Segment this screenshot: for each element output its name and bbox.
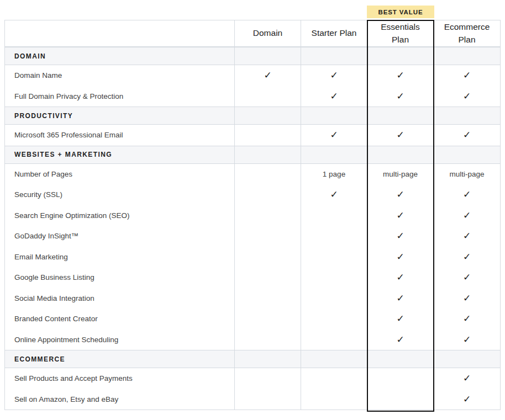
plan-cell xyxy=(235,164,301,185)
plan-cell xyxy=(235,86,301,107)
feature-label: Sell on Amazon, Etsy and eBay xyxy=(5,389,235,410)
plan-cell: ✓ xyxy=(434,65,500,86)
plan-cell: multi-page xyxy=(367,164,434,185)
table-row: Sell on Amazon, Etsy and eBay ✓ xyxy=(5,389,500,410)
plan-cell xyxy=(301,205,367,226)
plan-cell xyxy=(301,288,367,309)
plan-cell xyxy=(301,226,367,247)
plan-cell: ✓ xyxy=(434,368,500,389)
column-header-domain: Domain xyxy=(235,20,301,46)
feature-label: Number of Pages xyxy=(5,164,235,185)
feature-label: Domain Name xyxy=(5,65,235,86)
plan-cell: ✓ xyxy=(434,267,500,288)
feature-label: Sell Products and Accept Payments xyxy=(5,368,235,389)
plan-cell xyxy=(301,368,367,389)
section-cell xyxy=(235,350,301,368)
feature-label: Google Business Listing xyxy=(5,267,235,288)
plan-cell: ✓ xyxy=(367,288,434,309)
plan-cell xyxy=(235,368,301,389)
feature-label: Email Marketing xyxy=(5,247,235,268)
plan-cell: ✓ xyxy=(434,288,500,309)
plan-cell: ✓ xyxy=(434,125,500,146)
section-header-row: WEBSITES + MARKETING xyxy=(5,146,500,164)
section-title: DOMAIN xyxy=(5,47,235,65)
feature-label: Online Appointment Scheduling xyxy=(5,329,235,350)
plan-cell: ✓ xyxy=(434,226,500,247)
table-row: Security (SSL) ✓ ✓ ✓ xyxy=(5,184,500,205)
plan-cell: ✓ xyxy=(434,309,500,329)
plan-cell xyxy=(235,288,301,309)
plan-cell xyxy=(367,389,434,410)
table-row: Online Appointment Scheduling ✓ ✓ xyxy=(5,329,500,350)
section-cell xyxy=(434,146,500,163)
table-row: Sell Products and Accept Payments ✓ xyxy=(5,368,500,389)
plan-cell: ✓ xyxy=(367,247,434,268)
section-cell xyxy=(301,47,367,65)
table-row: Number of Pages 1 page multi-page multi-… xyxy=(5,164,500,185)
plan-cell: ✓ xyxy=(434,86,500,107)
plan-cell: 1 page xyxy=(301,164,367,185)
plan-cell: ✓ xyxy=(434,247,500,268)
column-header-starter-plan: Starter Plan xyxy=(301,20,367,46)
plan-cell: ✓ xyxy=(434,205,500,226)
plan-cell xyxy=(235,247,301,268)
column-header-ecommerce-plan: Ecommerce Plan xyxy=(434,20,500,46)
plan-cell xyxy=(301,389,367,410)
plan-cell: ✓ xyxy=(367,329,434,350)
section-cell xyxy=(367,47,434,65)
feature-label: Social Media Integration xyxy=(5,288,235,309)
plan-cell: ✓ xyxy=(301,184,367,205)
section-cell xyxy=(434,107,500,124)
plan-cell: ✓ xyxy=(367,267,434,288)
table-row: Microsoft 365 Professional Email ✓ ✓ ✓ xyxy=(5,125,500,146)
plan-cell: ✓ xyxy=(434,389,500,410)
plan-cell: ✓ xyxy=(367,86,434,107)
column-header-essentials-plan: Essentials Plan xyxy=(367,20,434,46)
section-cell xyxy=(235,146,301,163)
feature-label: Search Engine Optimization (SEO) xyxy=(5,205,235,226)
plan-comparison-table: Domain Starter Plan Essentials Plan Ecom… xyxy=(4,20,501,410)
plan-cell xyxy=(235,389,301,410)
plan-cell xyxy=(367,368,434,389)
column-header-row: Domain Starter Plan Essentials Plan Ecom… xyxy=(5,20,500,47)
plan-cell xyxy=(301,267,367,288)
plan-cell: ✓ xyxy=(301,125,367,146)
section-header-row: PRODUCTIVITY xyxy=(5,107,500,125)
plan-cell xyxy=(301,247,367,268)
plan-cell: ✓ xyxy=(367,184,434,205)
plan-cell: ✓ xyxy=(367,226,434,247)
section-cell xyxy=(367,146,434,163)
table-row: Branded Content Creator ✓ ✓ xyxy=(5,309,500,329)
plan-cell xyxy=(301,329,367,350)
section-cell xyxy=(367,350,434,368)
section-cell xyxy=(301,350,367,368)
plan-cell: ✓ xyxy=(235,65,301,86)
plan-cell: ✓ xyxy=(367,65,434,86)
section-title: WEBSITES + MARKETING xyxy=(5,146,235,163)
table-row: Social Media Integration ✓ ✓ xyxy=(5,288,500,309)
section-cell xyxy=(434,47,500,65)
plan-cell: ✓ xyxy=(434,184,500,205)
plan-cell xyxy=(235,125,301,146)
feature-label: Microsoft 365 Professional Email xyxy=(5,125,235,146)
plan-cell: ✓ xyxy=(367,125,434,146)
best-value-badge: BEST VALUE xyxy=(367,6,434,18)
plan-cell: ✓ xyxy=(301,65,367,86)
plan-cell: ✓ xyxy=(301,86,367,107)
table-row: Full Domain Privacy & Protection ✓ ✓ ✓ xyxy=(5,86,500,107)
feature-label: Branded Content Creator xyxy=(5,309,235,329)
plan-cell: ✓ xyxy=(367,205,434,226)
table-row: Google Business Listing ✓ ✓ xyxy=(5,267,500,288)
section-cell xyxy=(434,350,500,368)
section-cell xyxy=(301,146,367,163)
section-title: ECOMMERCE xyxy=(5,350,235,368)
table-row: Email Marketing ✓ ✓ xyxy=(5,247,500,268)
section-title: PRODUCTIVITY xyxy=(5,107,235,124)
plan-cell xyxy=(235,267,301,288)
section-header-row: DOMAIN xyxy=(5,47,500,65)
plan-cell xyxy=(301,309,367,329)
plan-cell: ✓ xyxy=(367,309,434,329)
plan-cell xyxy=(235,309,301,329)
section-cell xyxy=(301,107,367,124)
feature-label: Full Domain Privacy & Protection xyxy=(5,86,235,107)
